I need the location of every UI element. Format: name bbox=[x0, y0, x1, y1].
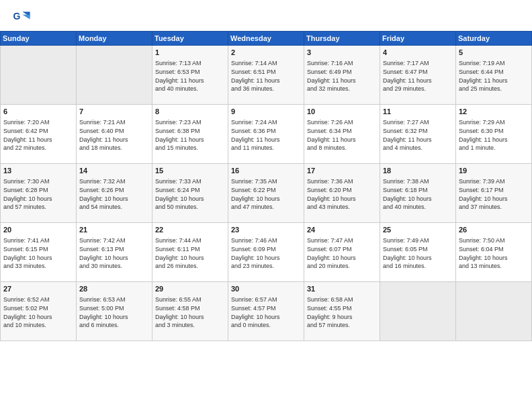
cell-text: Sunrise: 7:33 AMSunset: 6:24 PMDaylight:… bbox=[155, 177, 225, 211]
day-number: 27 bbox=[3, 284, 73, 294]
calendar-header-wednesday: Wednesday bbox=[228, 32, 304, 46]
cell-text: Sunrise: 6:55 AMSunset: 4:58 PMDaylight:… bbox=[155, 295, 225, 329]
calendar-cell: 26Sunrise: 7:50 AMSunset: 6:04 PMDayligh… bbox=[456, 223, 532, 282]
day-number: 1 bbox=[155, 48, 225, 58]
day-number: 25 bbox=[383, 225, 453, 235]
day-number: 15 bbox=[155, 166, 225, 176]
calendar-cell bbox=[77, 46, 152, 105]
cell-text: Sunrise: 7:23 AMSunset: 6:38 PMDaylight:… bbox=[155, 118, 225, 152]
logo: G bbox=[12, 8, 34, 27]
calendar-week-3: 13Sunrise: 7:30 AMSunset: 6:28 PMDayligh… bbox=[1, 164, 532, 223]
day-number: 3 bbox=[307, 48, 377, 58]
calendar-header-thursday: Thursday bbox=[304, 32, 380, 46]
cell-text: Sunrise: 7:29 AMSunset: 6:30 PMDaylight:… bbox=[459, 118, 529, 152]
page: G SundayMondayTuesdayWednesdayThursdayFr… bbox=[0, 0, 532, 411]
day-number: 7 bbox=[79, 107, 149, 117]
calendar-cell: 7Sunrise: 7:21 AMSunset: 6:40 PMDaylight… bbox=[77, 105, 152, 164]
calendar-cell: 20Sunrise: 7:41 AMSunset: 6:15 PMDayligh… bbox=[1, 223, 77, 282]
cell-text: Sunrise: 7:13 AMSunset: 6:53 PMDaylight:… bbox=[155, 59, 225, 93]
calendar-cell: 18Sunrise: 7:38 AMSunset: 6:18 PMDayligh… bbox=[380, 164, 456, 223]
calendar-cell: 5Sunrise: 7:19 AMSunset: 6:44 PMDaylight… bbox=[456, 46, 532, 105]
calendar-cell bbox=[1, 46, 77, 105]
cell-text: Sunrise: 7:30 AMSunset: 6:28 PMDaylight:… bbox=[3, 177, 73, 211]
cell-text: Sunrise: 6:53 AMSunset: 5:00 PMDaylight:… bbox=[79, 295, 149, 329]
day-number: 28 bbox=[79, 284, 149, 294]
calendar-header-saturday: Saturday bbox=[456, 32, 532, 46]
calendar-header-sunday: Sunday bbox=[1, 32, 77, 46]
cell-text: Sunrise: 7:27 AMSunset: 6:32 PMDaylight:… bbox=[383, 118, 453, 152]
calendar-cell: 29Sunrise: 6:55 AMSunset: 4:58 PMDayligh… bbox=[152, 282, 228, 341]
cell-text: Sunrise: 7:50 AMSunset: 6:04 PMDaylight:… bbox=[459, 236, 529, 270]
cell-text: Sunrise: 7:41 AMSunset: 6:15 PMDaylight:… bbox=[3, 236, 73, 270]
day-number: 18 bbox=[383, 166, 453, 176]
day-number: 31 bbox=[307, 284, 377, 294]
calendar-cell: 15Sunrise: 7:33 AMSunset: 6:24 PMDayligh… bbox=[152, 164, 228, 223]
day-number: 21 bbox=[79, 225, 149, 235]
day-number: 19 bbox=[459, 166, 529, 176]
calendar-cell: 31Sunrise: 6:58 AMSunset: 4:55 PMDayligh… bbox=[304, 282, 380, 341]
svg-text:G: G bbox=[13, 11, 20, 21]
calendar-cell: 30Sunrise: 6:57 AMSunset: 4:57 PMDayligh… bbox=[228, 282, 304, 341]
calendar-week-4: 20Sunrise: 7:41 AMSunset: 6:15 PMDayligh… bbox=[1, 223, 532, 282]
day-number: 26 bbox=[459, 225, 529, 235]
day-number: 10 bbox=[307, 107, 377, 117]
cell-text: Sunrise: 7:49 AMSunset: 6:05 PMDaylight:… bbox=[383, 236, 453, 270]
day-number: 30 bbox=[231, 284, 301, 294]
cell-text: Sunrise: 6:58 AMSunset: 4:55 PMDaylight:… bbox=[307, 295, 377, 329]
calendar-header-row: SundayMondayTuesdayWednesdayThursdayFrid… bbox=[1, 32, 532, 46]
day-number: 22 bbox=[155, 225, 225, 235]
calendar-cell: 9Sunrise: 7:24 AMSunset: 6:36 PMDaylight… bbox=[228, 105, 304, 164]
calendar-cell: 16Sunrise: 7:35 AMSunset: 6:22 PMDayligh… bbox=[228, 164, 304, 223]
calendar-cell: 17Sunrise: 7:36 AMSunset: 6:20 PMDayligh… bbox=[304, 164, 380, 223]
cell-text: Sunrise: 7:44 AMSunset: 6:11 PMDaylight:… bbox=[155, 236, 225, 270]
day-number: 8 bbox=[155, 107, 225, 117]
cell-text: Sunrise: 7:26 AMSunset: 6:34 PMDaylight:… bbox=[307, 118, 377, 152]
calendar-cell: 6Sunrise: 7:20 AMSunset: 6:42 PMDaylight… bbox=[1, 105, 77, 164]
day-number: 13 bbox=[3, 166, 73, 176]
calendar-cell: 28Sunrise: 6:53 AMSunset: 5:00 PMDayligh… bbox=[77, 282, 152, 341]
cell-text: Sunrise: 7:42 AMSunset: 6:13 PMDaylight:… bbox=[79, 236, 149, 270]
cell-text: Sunrise: 7:46 AMSunset: 6:09 PMDaylight:… bbox=[231, 236, 301, 270]
calendar-cell: 8Sunrise: 7:23 AMSunset: 6:38 PMDaylight… bbox=[152, 105, 228, 164]
header: G bbox=[0, 0, 532, 31]
calendar-week-1: 1Sunrise: 7:13 AMSunset: 6:53 PMDaylight… bbox=[1, 46, 532, 105]
day-number: 17 bbox=[307, 166, 377, 176]
calendar-cell: 19Sunrise: 7:39 AMSunset: 6:17 PMDayligh… bbox=[456, 164, 532, 223]
cell-text: Sunrise: 7:21 AMSunset: 6:40 PMDaylight:… bbox=[79, 118, 149, 152]
day-number: 5 bbox=[459, 48, 529, 58]
day-number: 20 bbox=[3, 225, 73, 235]
day-number: 4 bbox=[383, 48, 453, 58]
day-number: 23 bbox=[231, 225, 301, 235]
day-number: 2 bbox=[231, 48, 301, 58]
calendar-cell: 27Sunrise: 6:52 AMSunset: 5:02 PMDayligh… bbox=[1, 282, 77, 341]
calendar-header-friday: Friday bbox=[380, 32, 456, 46]
cell-text: Sunrise: 7:17 AMSunset: 6:47 PMDaylight:… bbox=[383, 59, 453, 93]
cell-text: Sunrise: 7:47 AMSunset: 6:07 PMDaylight:… bbox=[307, 236, 377, 270]
calendar-cell: 22Sunrise: 7:44 AMSunset: 6:11 PMDayligh… bbox=[152, 223, 228, 282]
calendar-cell: 3Sunrise: 7:16 AMSunset: 6:49 PMDaylight… bbox=[304, 46, 380, 105]
cell-text: Sunrise: 7:39 AMSunset: 6:17 PMDaylight:… bbox=[459, 177, 529, 211]
day-number: 11 bbox=[383, 107, 453, 117]
calendar-cell bbox=[380, 282, 456, 341]
day-number: 6 bbox=[3, 107, 73, 117]
calendar-header-tuesday: Tuesday bbox=[152, 32, 228, 46]
calendar-week-2: 6Sunrise: 7:20 AMSunset: 6:42 PMDaylight… bbox=[1, 105, 532, 164]
calendar-cell: 10Sunrise: 7:26 AMSunset: 6:34 PMDayligh… bbox=[304, 105, 380, 164]
calendar-header-monday: Monday bbox=[77, 32, 152, 46]
cell-text: Sunrise: 7:36 AMSunset: 6:20 PMDaylight:… bbox=[307, 177, 377, 211]
calendar-week-5: 27Sunrise: 6:52 AMSunset: 5:02 PMDayligh… bbox=[1, 282, 532, 341]
cell-text: Sunrise: 6:52 AMSunset: 5:02 PMDaylight:… bbox=[3, 295, 73, 329]
cell-text: Sunrise: 7:38 AMSunset: 6:18 PMDaylight:… bbox=[383, 177, 453, 211]
calendar-cell: 24Sunrise: 7:47 AMSunset: 6:07 PMDayligh… bbox=[304, 223, 380, 282]
cell-text: Sunrise: 7:32 AMSunset: 6:26 PMDaylight:… bbox=[79, 177, 149, 211]
calendar-cell: 2Sunrise: 7:14 AMSunset: 6:51 PMDaylight… bbox=[228, 46, 304, 105]
cell-text: Sunrise: 7:16 AMSunset: 6:49 PMDaylight:… bbox=[307, 59, 377, 93]
calendar-cell: 14Sunrise: 7:32 AMSunset: 6:26 PMDayligh… bbox=[77, 164, 152, 223]
day-number: 24 bbox=[307, 225, 377, 235]
calendar-cell: 21Sunrise: 7:42 AMSunset: 6:13 PMDayligh… bbox=[77, 223, 152, 282]
calendar-cell: 11Sunrise: 7:27 AMSunset: 6:32 PMDayligh… bbox=[380, 105, 456, 164]
calendar-cell bbox=[456, 282, 532, 341]
day-number: 16 bbox=[231, 166, 301, 176]
cell-text: Sunrise: 7:35 AMSunset: 6:22 PMDaylight:… bbox=[231, 177, 301, 211]
cell-text: Sunrise: 7:24 AMSunset: 6:36 PMDaylight:… bbox=[231, 118, 301, 152]
